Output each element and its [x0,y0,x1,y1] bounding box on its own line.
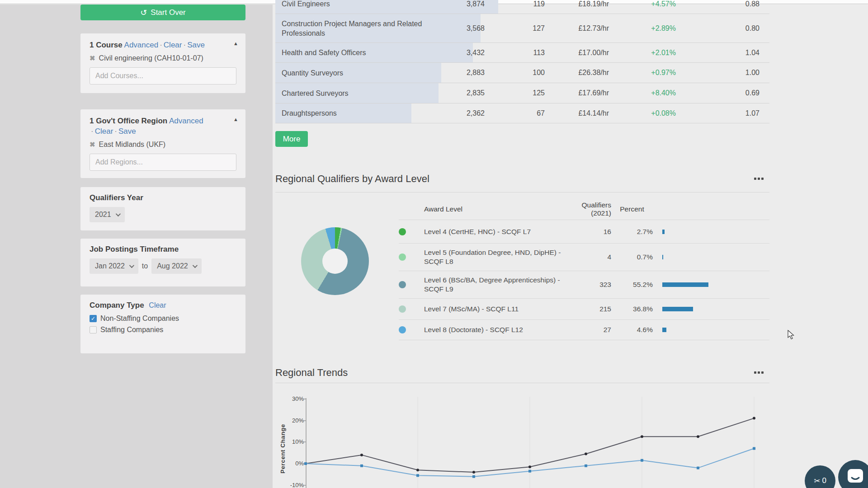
separator-dot: · [113,127,118,136]
occupation-name[interactable]: Draughtspersons [275,108,457,118]
companies-value: 100 [485,69,545,77]
occupations-table: Civil Engineers 3,874 119 £18.19/hr +4.5… [275,0,769,123]
add-courses-input[interactable] [90,67,236,84]
occupation-name[interactable]: Chartered Surveyors [275,89,457,98]
chevron-down-icon [129,263,134,268]
chat-widget-button[interactable] [838,460,868,488]
wage-value: £12.73/hr [545,24,609,33]
occupation-name[interactable]: Civil Engineers [275,0,457,9]
wage-value: £18.19/hr [545,0,609,8]
region-save-link[interactable]: Save [118,127,136,136]
growth-value: +4.57% [609,0,676,8]
start-over-button[interactable]: ↺ Start Over [80,5,245,20]
region-clear-link[interactable]: Clear [95,127,113,136]
start-over-label: Start Over [151,8,185,17]
table-row[interactable]: Chartered Surveyors 2,835 125 £17.69/hr … [275,83,769,103]
award-level-table: Award Level Qualifiers (2021) Percent Le… [399,199,769,340]
scissors-icon: ✂ [814,476,820,486]
region-filter-title: 1 Gov't Office Region [90,117,167,125]
qualifiers-menu-button[interactable] [754,178,764,180]
checkbox-unchecked-icon[interactable] [90,326,97,333]
restart-icon: ↺ [140,9,147,17]
collapse-caret-icon[interactable]: ▲ [233,117,238,122]
table-row[interactable]: Draughtspersons 2,362 67 £14.14/hr +0.08… [275,103,769,123]
remove-course-icon[interactable]: ✖ [90,54,95,62]
timeframe-to-select[interactable]: Aug 2022 [151,258,202,274]
mouse-cursor [788,330,797,340]
snippet-count-badge[interactable]: ✂ 0 [805,465,835,488]
table-row[interactable]: Construction Project Managers and Relate… [275,14,769,43]
percent-column-header: Percent [611,205,653,213]
ratio-value: 0.80 [676,24,760,33]
region-tag: ✖ East Midlands (UKF) [90,141,236,149]
ratio-value: 1.00 [676,69,760,77]
chat-smiley-icon [848,469,863,483]
more-button[interactable]: More [275,131,308,147]
qualifiers-year-value: 2021 [95,211,111,219]
non-staffing-label: Non-Staffing Companies [100,314,179,323]
company-type-clear-link[interactable]: Clear [149,301,166,309]
award-row[interactable]: Level 6 (BSc/BA, Degree Apprenticeships)… [399,271,769,299]
award-row[interactable]: Level 4 (CertHE, HNC) - SCQF L7 16 2.7% [399,220,769,244]
region-tag-label: East Midlands (UKF) [99,141,166,149]
table-row[interactable]: Health and Safety Officers 3,432 113 £17… [275,43,769,63]
percent-value: 36.8% [611,305,653,313]
course-clear-link[interactable]: Clear [164,41,182,49]
qualifiers-header-line1: Qualifiers [573,201,611,209]
qualifiers-value: 27 [573,326,611,334]
timeframe-from-value: Jan 2022 [95,262,125,270]
separator-dot: · [182,41,187,49]
percent-value: 2.7% [611,228,653,236]
region-advanced-link[interactable]: Advanced [169,117,203,125]
legend-dot-level6 [399,281,406,288]
company-type-card: Company Type Clear ✓ Non-Staffing Compan… [80,295,245,353]
separator-dot: · [158,41,164,49]
timeframe-card: Job Postings Timeframe Jan 2022 to Aug 2… [80,239,245,286]
course-advanced-link[interactable]: Advanced [124,41,159,49]
award-label: Level 7 (MSc/MA) - SCQF L11 [424,302,573,316]
award-row[interactable]: Level 5 (Foundation Degree, HND, DipHE) … [399,244,769,271]
region-filter-header: 1 Gov't Office Region Advanced ·Clear·Sa… [90,116,236,136]
qualifiers-header-line2: (2021) [573,209,611,217]
wage-value: £17.00/hr [545,49,609,57]
award-row[interactable]: Level 8 (Doctorate) - SCQF L12 27 4.6% [399,320,769,340]
legend-dot-level5 [399,253,406,261]
timeframe-to-value: Aug 2022 [157,262,188,270]
occupation-name[interactable]: Health and Safety Officers [275,48,457,57]
table-row[interactable]: Quantity Surveyors 2,883 100 £26.38/hr +… [275,63,769,83]
divider [275,192,769,192]
award-level-column-header: Award Level [424,202,573,216]
legend-dot-level8 [399,326,406,333]
companies-value: 67 [485,109,545,117]
trends-section-title: Regional Trends [275,367,348,379]
checkbox-checked-icon[interactable]: ✓ [90,315,97,322]
qualifiers-value: 16 [573,228,611,236]
remove-region-icon[interactable]: ✖ [90,141,95,149]
postings-value: 2,362 [457,109,485,117]
occupation-name[interactable]: Quantity Surveyors [275,68,457,78]
growth-value: +0.97% [609,69,676,77]
timeframe-to-word: to [142,262,148,270]
award-label: Level 4 (CertHE, HNC) - SCQF L7 [424,225,573,239]
award-row[interactable]: Level 7 (MSc/MA) - SCQF L11 215 36.8% [399,299,769,320]
award-label: Level 5 (Foundation Degree, HND, DipHE) … [424,245,573,269]
add-regions-input[interactable] [90,154,236,171]
staffing-label: Staffing Companies [100,326,163,334]
qualifiers-year-select[interactable]: 2021 [90,207,125,222]
non-staffing-checkbox-row[interactable]: ✓ Non-Staffing Companies [90,314,236,323]
trends-line-chart [298,391,773,488]
collapse-caret-icon[interactable]: ▲ [233,41,238,46]
region-filter-card: ▲ 1 Gov't Office Region Advanced ·Clear·… [80,109,245,178]
qualifiers-section-title: Regional Qualifiers by Award Level [275,173,429,185]
course-save-link[interactable]: Save [187,41,205,49]
trends-menu-button[interactable] [754,371,764,374]
timeframe-from-select[interactable]: Jan 2022 [90,258,138,274]
growth-value: +2.89% [609,24,676,33]
qualifiers-value: 215 [573,305,611,313]
staffing-checkbox-row[interactable]: Staffing Companies [90,326,236,334]
ratio-value: 0.69 [676,89,760,97]
course-filter-card: ▲ 1 Course Advanced·Clear·Save ✖ Civil e… [80,33,245,93]
ratio-value: 1.04 [676,49,760,57]
table-row[interactable]: Civil Engineers 3,874 119 £18.19/hr +4.5… [275,0,769,14]
occupation-name[interactable]: Construction Project Managers and Relate… [275,19,457,38]
